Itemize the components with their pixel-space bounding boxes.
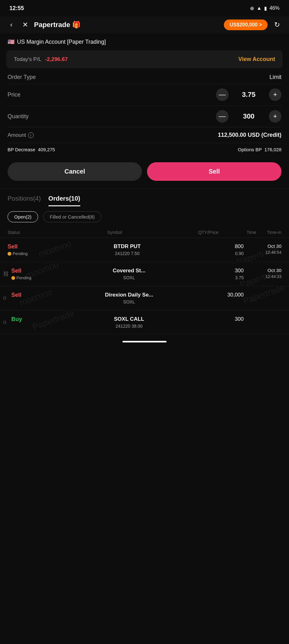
status-icons: ⊕ ▲ ▮ 46% (250, 5, 280, 11)
order-type-value: Limit (269, 74, 281, 80)
quantity-stepper-row: Quantity — 300 + (8, 106, 281, 127)
account-banner: 🇺🇸 US Margin Account [Paper Trading] (0, 33, 289, 48)
chain-icon: ⛓ (3, 271, 9, 277)
amount-value: 112,500.00 USD (Credit) (218, 132, 281, 138)
wifi-icon: ▲ (257, 5, 262, 11)
amount-label: Amount i (8, 132, 34, 138)
view-account-button[interactable]: View Account (238, 56, 275, 63)
price-label: Price (8, 92, 58, 98)
order-4-qty: 300 (203, 316, 244, 322)
tabs-row: Positions(4) Orders(10) (0, 189, 289, 206)
order-row-4[interactable]: Buy SOXL CALL 241220 38.00 300 Papertrad… (0, 310, 289, 335)
pl-label: Today's P/L (14, 56, 41, 63)
status-bar: 12:55 ⊕ ▲ ▮ 46% (0, 0, 289, 16)
options-bp: Options BP 176,028 (238, 147, 281, 152)
pending-dot-icon-2 (11, 276, 15, 280)
orders-list: Sell Pending BTDR PUT 241220 7.50 800 0.… (0, 238, 289, 335)
order-form: Order Type Limit Price — 3.75 + Quantity… (0, 71, 289, 157)
filter-open[interactable]: Open(2) (8, 211, 38, 222)
order-1-time: Oct 30 12:46:54 (244, 243, 281, 255)
order-4-side: Buy (11, 316, 33, 323)
watermark-3b: Papertrade (242, 286, 286, 307)
order-1-qty: 800 0.90 (203, 243, 244, 256)
filter-row: Open(2) Filled or Cancelled(8) (0, 206, 289, 227)
bp-row: BP Decrease 409,275 Options BP 176,028 (8, 143, 281, 157)
quantity-stepper-controls: — 300 + (216, 110, 281, 123)
dot-indicator-icon (3, 297, 6, 300)
pl-value: -2,296.67 (45, 56, 68, 63)
order-type-label: Order Type (8, 74, 36, 80)
price-decrease-button[interactable]: — (216, 88, 229, 101)
th-qty-price: QTY/Price (178, 230, 218, 235)
order-4-symbol: SOXL CALL 241220 38.00 (55, 316, 203, 329)
cancel-button[interactable]: Cancel (8, 162, 142, 181)
order-2-left: Sell Pending (11, 268, 55, 280)
order-1-side: Sell (8, 243, 30, 250)
order-row-1[interactable]: Sell Pending BTDR PUT 241220 7.50 800 0.… (0, 238, 289, 262)
order-2-side: Sell (11, 268, 33, 274)
order-2-status: Pending (11, 275, 55, 280)
quantity-label: Quantity (8, 113, 58, 120)
order-2-qty: 300 3.75 (203, 268, 244, 280)
price-value: 3.75 (236, 91, 261, 99)
close-button[interactable]: ✕ (20, 21, 30, 29)
action-buttons: Cancel Sell (8, 162, 281, 181)
account-label: US Margin Account [Paper Trading] (17, 39, 106, 45)
bp-decrease: BP Decrease 409,275 (8, 147, 55, 152)
location-icon: ⊕ (250, 5, 254, 11)
refresh-button[interactable]: ↻ (271, 21, 283, 29)
dot-indicator-icon-2 (3, 321, 6, 324)
order-2-symbol: Covered St... SOXL (55, 268, 203, 280)
status-time: 12:55 (9, 5, 24, 12)
pl-row: Today's P/L -2,296.67 (14, 56, 68, 63)
flag-icon: 🇺🇸 (8, 38, 14, 45)
tab-positions[interactable]: Positions(4) (8, 195, 41, 206)
order-3-symbol: Direxion Daily Se... SOXL (55, 292, 203, 304)
balance-button[interactable]: US$200,000 > (224, 19, 268, 30)
amount-row: Amount i 112,500.00 USD (Credit) (8, 127, 281, 143)
filter-filled-cancelled[interactable]: Filled or Cancelled(8) (43, 211, 101, 222)
battery-icon: ▮ (264, 5, 267, 11)
order-row-3[interactable]: Sell Direxion Daily Se... SOXL 30,000 mo… (0, 286, 289, 310)
price-stepper-row: Price — 3.75 + (8, 84, 281, 106)
th-symbol: Symbol (52, 230, 178, 235)
th-time-in: Time-in (256, 230, 281, 235)
quantity-value: 300 (236, 112, 261, 120)
order-1-symbol: BTDR PUT 241220 7.50 (52, 243, 203, 256)
order-4-left: Buy (11, 316, 55, 323)
order-type-row: Order Type Limit (8, 71, 281, 84)
order-1-left: Sell Pending (8, 243, 52, 256)
top-nav: ‹ ✕ Papertrade 🎁 US$200,000 > ↻ (0, 16, 289, 33)
pl-card: Today's P/L -2,296.67 View Account (6, 50, 283, 68)
order-3-left: Sell (11, 292, 55, 298)
battery-text: 46% (269, 5, 280, 11)
th-time: Time (218, 230, 256, 235)
back-button[interactable]: ‹ (6, 21, 16, 29)
th-status: Status (8, 230, 52, 235)
amount-info-icon[interactable]: i (28, 132, 34, 138)
price-increase-button[interactable]: + (269, 88, 281, 101)
quantity-decrease-button[interactable]: — (216, 110, 229, 123)
price-stepper-controls: — 3.75 + (216, 88, 281, 101)
order-row-2[interactable]: ⛓ Sell Pending Covered St... SOXL 300 3.… (0, 262, 289, 286)
quantity-increase-button[interactable]: + (269, 110, 281, 123)
sell-button[interactable]: Sell (147, 162, 281, 181)
home-indicator (122, 341, 167, 342)
order-1-status: Pending (8, 251, 52, 256)
table-header: Status Symbol QTY/Price Time Time-in (0, 227, 289, 238)
order-3-side: Sell (11, 292, 33, 298)
order-2-time: Oct 30 12:44:33 (244, 268, 281, 279)
tab-orders[interactable]: Orders(10) (48, 195, 80, 206)
nav-title: Papertrade 🎁 (34, 21, 220, 29)
pending-dot-icon (8, 252, 11, 256)
order-3-qty: 30,000 (203, 292, 244, 298)
